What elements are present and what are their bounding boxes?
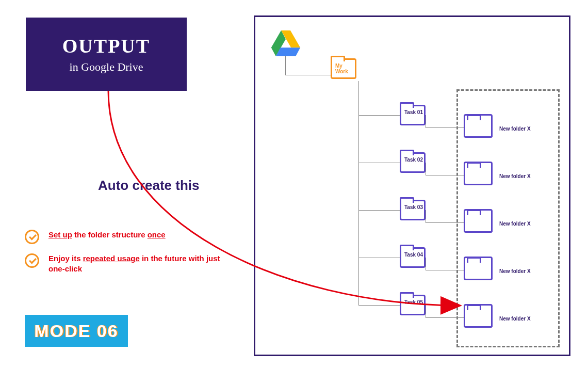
new-folder-label: New folder X <box>499 268 546 274</box>
task-folder: Task 03 <box>400 200 426 220</box>
diagram-panel: My Work Task 01 New folder X Task 02 New… <box>254 15 570 356</box>
new-folder: New folder X <box>467 212 493 233</box>
output-heading-box: OUTPUT in Google Drive <box>26 18 187 91</box>
connector-line <box>426 305 426 317</box>
task-folder: Task 05 <box>400 295 426 315</box>
check-icon <box>25 230 39 244</box>
connector-line <box>358 210 400 211</box>
task-folder-label: Task 05 <box>404 299 425 305</box>
task-folder: Task 02 <box>400 152 426 173</box>
connector-line <box>426 163 426 175</box>
task-folder-label: Task 04 <box>404 252 425 258</box>
check-icon <box>25 253 39 268</box>
bullet-text: Enjoy its repeated usage in the future w… <box>48 253 224 275</box>
new-folder-label: New folder X <box>499 316 546 322</box>
output-title: OUTPUT <box>62 35 150 57</box>
google-drive-icon <box>271 30 301 56</box>
connector-line <box>426 270 467 270</box>
new-folder: New folder X <box>467 165 493 185</box>
connector-line <box>426 115 426 127</box>
connector-line <box>358 258 400 258</box>
new-folder: New folder X <box>467 307 493 328</box>
connector-line <box>426 210 426 222</box>
new-folder-label: New folder X <box>499 221 546 227</box>
auto-create-label: Auto create this <box>98 178 200 194</box>
task-folder: Task 01 <box>400 105 426 125</box>
task-folder-label: Task 03 <box>404 204 425 210</box>
connector-line <box>426 317 467 318</box>
bullet-text: Set up the folder structure once <box>48 230 166 240</box>
root-folder: My Work <box>331 58 356 79</box>
new-folder-label: New folder X <box>499 126 546 132</box>
connector-line <box>426 175 467 175</box>
mode-badge-label: MODE 06 <box>34 321 118 341</box>
task-folder: Task 04 <box>400 247 426 268</box>
mode-badge: MODE 06 <box>25 315 128 347</box>
bullet-item: Enjoy its repeated usage in the future w… <box>25 253 236 275</box>
connector-line <box>285 75 331 75</box>
connector-line <box>426 222 467 223</box>
output-subtitle: in Google Drive <box>70 60 143 74</box>
task-folder-label: Task 01 <box>404 109 425 115</box>
connector-line <box>426 258 426 270</box>
new-folder: New folder X <box>467 117 493 138</box>
root-folder-label: My Work <box>335 63 356 74</box>
new-folder-label: New folder X <box>499 173 546 179</box>
task-folder-label: Task 02 <box>404 157 425 163</box>
bullet-item: Set up the folder structure once <box>25 230 236 244</box>
new-folder: New folder X <box>467 260 493 280</box>
connector-line <box>358 163 400 163</box>
connector-line <box>358 115 400 116</box>
connector-line <box>426 127 467 128</box>
bullet-list: Set up the folder structure once Enjoy i… <box>25 230 236 284</box>
connector-line <box>285 56 286 75</box>
connector-line <box>358 305 400 306</box>
